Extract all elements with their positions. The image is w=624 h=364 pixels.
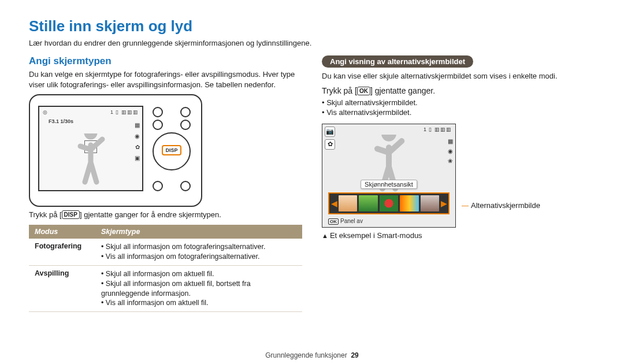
camera-btn-mid-right <box>180 120 191 130</box>
alt-status-tr: 1 ▯ ▥▥▥ <box>424 127 452 132</box>
eye-icon: ◉ <box>448 148 453 154</box>
footer-section: Grunnleggende funksjoner <box>265 351 347 359</box>
flash-icon: ▦ <box>448 138 453 144</box>
subject-silhouette <box>73 133 108 185</box>
right-column: Angi visning av alternativskjermbildet D… <box>322 55 595 312</box>
flash-icon: ▦ <box>135 122 140 128</box>
camera-btn-top-left <box>153 107 163 117</box>
camera-lcd: ◎ 1 ▯ ▥▥▥ F3.1 1/30s ▦ ◉ ✿ ▣ <box>38 106 143 191</box>
camera-btn-mid-left <box>153 120 163 130</box>
panel-off-hint: OKPanel av <box>328 218 363 225</box>
mode-cell: Avspilling <box>29 265 95 312</box>
example-note: Et eksempel i Smart-modus <box>322 231 595 240</box>
list-item: Skjul all informasjon om aktuell fil, bo… <box>101 279 296 299</box>
panel-off-text: Panel av <box>340 218 363 224</box>
alt-bullets: Skjul alternativskjermbildet. Vis altern… <box>322 98 595 118</box>
camera-btn-top-right <box>180 107 191 117</box>
leaf-icon: ❀ <box>448 158 453 164</box>
eye-icon: ◉ <box>135 133 140 139</box>
page-footer: Grunnleggende funksjoner 29 <box>0 351 624 359</box>
list-item: Skjul alternativskjermbildet. <box>322 98 595 108</box>
mode-tooltip: Skjønnhetsansikt <box>361 180 417 189</box>
left-column: Angi skjermtypen Du kan velge en skjermt… <box>29 55 302 312</box>
thumb-people <box>421 195 439 211</box>
disp-button-highlight: DISP <box>162 145 181 155</box>
caption-pre: Trykk på [ <box>29 210 62 219</box>
option-thumbnail-strip: ◀ ▶ <box>328 192 450 214</box>
page-intro: Lær hvordan du endrer den grunnleggende … <box>29 39 595 47</box>
instruct-post: ] gjentatte ganger. <box>370 86 435 95</box>
lcd-right-icon-stack: ▦ ◉ ✿ ▣ <box>135 122 140 161</box>
lcd-status-tr: 1 ▯ ▥▥▥ <box>110 109 139 115</box>
scene-mode-icon: ✿ <box>325 139 335 150</box>
table-row: Avspilling Skjul all informasjon om aktu… <box>29 265 302 312</box>
screen-type-desc: Du kan velge en skjermtype for fotografe… <box>29 69 302 90</box>
strip-left-arrow: ◀ <box>331 199 337 208</box>
illustration-caption: Trykk på [DISP] gjentatte ganger for å e… <box>29 210 302 219</box>
thumb-macro <box>380 195 398 211</box>
disp-chip: DISP <box>62 210 80 219</box>
page-title: Stille inn skjerm og lyd <box>29 17 595 35</box>
camera-mode-icon: 📷 <box>325 127 335 137</box>
list-item: Vis all informasjon om fotograferingsalt… <box>101 252 296 262</box>
subsection-pill: Angi visning av alternativskjermbildet <box>322 55 473 68</box>
camera-button-cluster: DISP <box>149 106 194 192</box>
footer-page-number: 29 <box>351 351 358 359</box>
alt-right-icon-stack: ▦ ◉ ❀ <box>448 138 453 164</box>
ok-instruction: Trykk på [OK] gjentatte ganger. <box>322 86 595 95</box>
af-icon: ▣ <box>135 155 140 161</box>
instruct-pre: Trykk på [ <box>322 86 357 95</box>
alt-side-label: —Alternativskjermbilde <box>462 122 540 210</box>
thumb-beauty <box>339 195 357 211</box>
leader-arrow-icon: — <box>462 202 471 210</box>
camera-btn-bot-right <box>180 181 191 191</box>
list-item: Skjul all informasjon om fotograferingsa… <box>101 242 296 252</box>
ok-mini-chip: OK <box>328 218 339 225</box>
section-heading-screen-type: Angi skjermtypen <box>29 55 302 67</box>
ok-chip: OK <box>357 87 370 95</box>
camera-btn-bot-left <box>153 181 163 191</box>
camera-illustration: ◎ 1 ▯ ▥▥▥ F3.1 1/30s ▦ ◉ ✿ ▣ <box>29 94 202 207</box>
thumb-sunset <box>400 195 418 211</box>
alt-side-label-text: Alternativskjermbilde <box>471 201 540 210</box>
mode-cell: Fotografering <box>29 239 95 265</box>
lcd-exposure: F3.1 1/30s <box>49 118 73 124</box>
th-mode: Modus <box>29 225 95 239</box>
list-item: Skjul all informasjon om aktuell fil. <box>101 269 296 279</box>
list-item: Vis alternativskjermbildet. <box>322 107 595 118</box>
alt-top-left-icons: 📷 ✿ <box>325 127 335 150</box>
screen-type-table: Modus Skjermtype Fotografering Skjul all… <box>29 225 302 312</box>
alt-screen-desc: Du kan vise eller skjule alternativskjer… <box>322 71 595 81</box>
person-icon: ✿ <box>135 144 140 150</box>
thumb-landscape <box>359 195 377 211</box>
strip-right-arrow: ▶ <box>441 199 447 208</box>
caption-post: ] gjentatte ganger for å endre skjermtyp… <box>80 210 221 219</box>
type-cell: Skjul all informasjon om aktuell fil. Sk… <box>95 265 302 312</box>
type-cell: Skjul all informasjon om fotograferingsa… <box>95 239 302 265</box>
table-row: Fotografering Skjul all informasjon om f… <box>29 239 302 265</box>
alt-screen-illustration: 📷 ✿ 1 ▯ ▥▥▥ ▦ ◉ ❀ Skjønnhetsansikt ◀ <box>322 124 456 228</box>
lcd-icon-tl: ◎ <box>43 109 47 115</box>
th-screentype: Skjermtype <box>95 225 302 239</box>
list-item: Vis all informasjon om aktuell fil. <box>101 298 296 308</box>
